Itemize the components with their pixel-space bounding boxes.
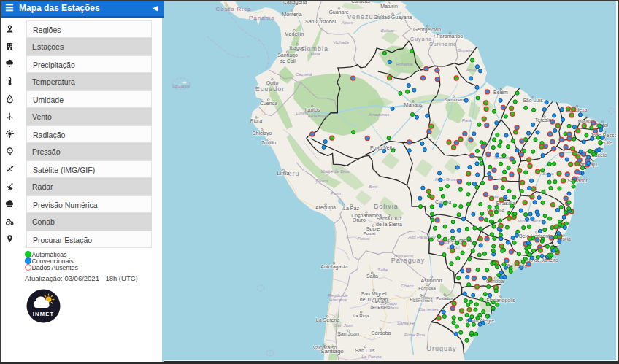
svg-text:Lima: Lima xyxy=(277,170,290,177)
svg-text:Corrientes: Corrientes xyxy=(418,307,439,311)
svg-text:São Luís: São Luís xyxy=(523,98,543,103)
svg-text:Belém: Belém xyxy=(493,90,508,95)
svg-text:Pará: Pará xyxy=(462,118,472,123)
svg-text:Florianópolis: Florianópolis xyxy=(486,298,515,303)
svg-text:Atacama: Atacama xyxy=(328,298,347,302)
svg-text:Asunción: Asunción xyxy=(421,278,442,283)
svg-text:Paramaribo: Paramaribo xyxy=(437,34,463,39)
svg-text:INMET: INMET xyxy=(33,311,54,317)
svg-text:Amazonas: Amazonas xyxy=(368,112,389,117)
svg-text:Arequipa: Arequipa xyxy=(315,205,336,211)
svg-text:Madre de Dios: Madre de Dios xyxy=(320,169,349,174)
svg-text:La Rioja: La Rioja xyxy=(353,314,370,318)
svg-text:Formosa: Formosa xyxy=(418,286,436,290)
svg-text:Cusco: Cusco xyxy=(315,179,328,183)
svg-text:Posadas: Posadas xyxy=(436,296,453,301)
svg-text:Chiclayo: Chiclayo xyxy=(253,131,272,136)
svg-text:Costa Rica: Costa Rica xyxy=(215,6,251,12)
svg-text:Panama: Panama xyxy=(249,15,275,21)
svg-text:Ciudad Guayana: Ciudad Guayana xyxy=(374,15,412,20)
svg-text:Bolívar: Bolívar xyxy=(381,28,396,33)
svg-text:Antofagasta: Antofagasta xyxy=(320,264,347,270)
svg-text:Monteria: Monteria xyxy=(282,12,301,17)
svg-text:Trujillo: Trujillo xyxy=(261,140,276,146)
svg-text:Puno: Puno xyxy=(331,191,342,195)
svg-text:de la Sierra: de la Sierra xyxy=(376,222,402,227)
svg-text:Cuenca: Cuenca xyxy=(260,101,277,106)
svg-text:del Estero: del Estero xyxy=(370,305,391,309)
svg-text:Uruguay: Uruguay xyxy=(426,345,456,352)
svg-text:San Miguel: San Miguel xyxy=(361,291,386,297)
svg-text:Santa Cruz: Santa Cruz xyxy=(376,216,402,221)
svg-text:Santarém: Santarém xyxy=(445,98,464,102)
svg-text:Sucre: Sucre xyxy=(366,226,380,231)
svg-text:La Pampa: La Pampa xyxy=(361,355,382,359)
svg-text:Potosí: Potosí xyxy=(363,231,375,236)
svg-text:Valparaíso: Valparaíso xyxy=(313,345,337,351)
svg-text:Bolivia: Bolivia xyxy=(374,203,399,210)
svg-text:Salta: Salta xyxy=(366,274,378,279)
svg-text:Corrientes: Corrientes xyxy=(412,298,433,303)
svg-text:Suriname: Suriname xyxy=(429,42,457,47)
svg-text:Entre Rios: Entre Rios xyxy=(404,333,425,337)
svg-text:Roraima: Roraima xyxy=(396,62,413,66)
svg-text:San Juan: San Juan xyxy=(334,323,353,328)
svg-text:Georgetown: Georgetown xyxy=(413,27,441,33)
svg-text:Ecuador: Ecuador xyxy=(255,85,285,93)
svg-text:Iquitos: Iquitos xyxy=(305,107,320,113)
svg-text:La Serena: La Serena xyxy=(316,317,339,322)
svg-text:Amazonas: Amazonas xyxy=(307,114,328,118)
svg-text:Vichada: Vichada xyxy=(333,40,349,44)
svg-text:Córdoba: Córdoba xyxy=(372,330,391,336)
svg-text:Santiago: Santiago xyxy=(372,300,389,304)
svg-text:Quito: Quito xyxy=(266,80,279,86)
svg-text:de Cali: de Cali xyxy=(280,58,296,63)
svg-text:Santa Fe: Santa Fe xyxy=(397,321,415,325)
svg-text:Galápagos: Galápagos xyxy=(172,84,191,88)
svg-text:Medellín: Medellín xyxy=(285,31,304,36)
svg-text:Boquerón: Boquerón xyxy=(394,254,414,258)
svg-text:Guanare: Guanare xyxy=(328,9,348,15)
svg-text:Oruro: Oruro xyxy=(353,217,366,222)
svg-text:La Paz: La Paz xyxy=(343,206,359,211)
svg-text:Potosi: Potosi xyxy=(358,236,370,241)
svg-text:Beni: Beni xyxy=(369,185,378,189)
svg-text:Ibagué: Ibagué xyxy=(289,45,305,51)
svg-text:Piura: Piura xyxy=(250,118,262,123)
svg-text:Caquetá: Caquetá xyxy=(296,72,312,77)
svg-text:San Juan: San Juan xyxy=(337,331,359,336)
svg-text:Guyane: Guyane xyxy=(457,48,473,53)
svg-text:Manaus: Manaus xyxy=(404,102,423,107)
svg-text:Meta: Meta xyxy=(310,52,320,56)
svg-text:Chaco: Chaco xyxy=(401,284,414,288)
svg-text:Salta: Salta xyxy=(377,268,388,272)
svg-text:San Cristóbal: San Cristóbal xyxy=(305,19,336,24)
svg-text:Apure: Apure xyxy=(341,20,354,25)
svg-text:San Luis: San Luis xyxy=(355,348,375,353)
svg-text:Salvador: Salvador xyxy=(567,178,588,183)
svg-text:Maturín: Maturín xyxy=(380,4,398,9)
svg-text:Santiago: Santiago xyxy=(277,53,298,58)
